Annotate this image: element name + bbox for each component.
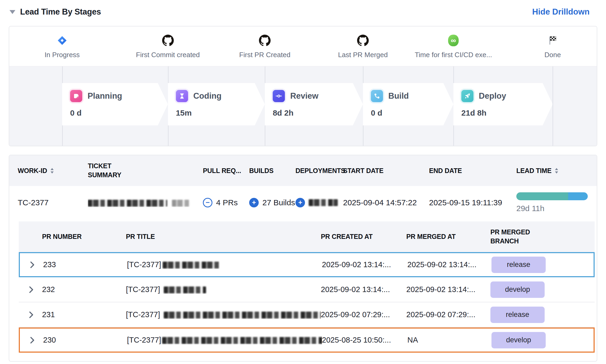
lead-time-cell: 29d 11h bbox=[516, 192, 597, 213]
column-header-pull-requests: PULL REQ... bbox=[203, 167, 249, 175]
sort-icon[interactable] bbox=[555, 168, 558, 174]
pr-row-232[interactable]: 232 [TC-2377] 2025-09-02 13:14:... 2025-… bbox=[19, 277, 595, 302]
pr-row-231[interactable]: 231 [TC-2377] ... 2025-09-02 07:29:... 2… bbox=[19, 302, 595, 327]
milestone-in-progress: In Progress bbox=[9, 32, 118, 59]
pr-title: [TC-2377] ... bbox=[126, 310, 321, 319]
pr-number: 231 bbox=[42, 310, 55, 319]
milestone-cicd: ∞ Time for first CI/CD exe... bbox=[398, 32, 509, 59]
builds-cell: + 27 Builds bbox=[249, 198, 295, 207]
github-icon bbox=[259, 32, 271, 49]
checkered-flag-icon bbox=[547, 32, 558, 49]
pr-title: [TC-2377] bbox=[126, 285, 321, 294]
stage-planning: Planning 0 d bbox=[62, 83, 168, 125]
stage-duration: 15m bbox=[176, 108, 265, 117]
hourglass-icon bbox=[176, 90, 188, 102]
pr-number: 233 bbox=[43, 260, 56, 269]
column-header-lead-time: LEAD TIME bbox=[516, 167, 597, 175]
column-header-deployments: DEPLOYMENTS bbox=[295, 167, 343, 175]
milestone-label: In Progress bbox=[44, 51, 80, 59]
github-icon bbox=[357, 32, 369, 49]
pr-created-at: 2025-08-25 10:50:... bbox=[322, 336, 407, 344]
lead-time-bar bbox=[516, 192, 588, 200]
pr-created-at: 2025-09-02 13:14:... bbox=[321, 285, 406, 294]
deployments-cell: + bbox=[295, 198, 343, 207]
pr-merged-at: NA bbox=[407, 336, 491, 344]
stage-duration: 21d 8h bbox=[461, 108, 553, 117]
milestone-first-pr: First PR Created bbox=[209, 32, 320, 59]
stage-name: Deploy bbox=[479, 91, 506, 101]
milestone-done: Done bbox=[497, 32, 597, 59]
stage-build: Build 0 d bbox=[363, 83, 453, 125]
pr-merged-at: 2025-09-02 13:14:... bbox=[406, 285, 490, 294]
stage-coding: Coding 15m bbox=[168, 83, 265, 125]
expand-deployments-icon[interactable]: + bbox=[295, 198, 305, 207]
column-header-work-id: WORK-ID bbox=[18, 167, 88, 175]
column-header-pr-created-at: PR CREATED AT bbox=[321, 232, 406, 241]
milestone-label: Last PR Merged bbox=[338, 51, 388, 59]
pr-title: [TC-2377] ... bbox=[127, 336, 322, 344]
deployments-redacted bbox=[309, 199, 338, 206]
expand-row-chevron-icon[interactable] bbox=[29, 337, 35, 344]
work-id-value: TC-2377 bbox=[18, 198, 88, 207]
stages-track: Planning 0 d Coding 15m bbox=[9, 66, 597, 146]
stage-duration: 8d 2h bbox=[273, 108, 363, 117]
pr-number: 230 bbox=[43, 336, 56, 344]
pull-requests-cell: − 4 PRs bbox=[203, 198, 249, 207]
stage-review: Review 8d 2h bbox=[265, 83, 363, 125]
pr-table-header: PR NUMBER PR TITLE PR CREATED AT PR MERG… bbox=[19, 221, 595, 252]
jira-icon bbox=[57, 32, 67, 49]
milestone-label: Done bbox=[544, 51, 561, 59]
end-date-value: 2025-09-15 19:11:39 bbox=[429, 198, 516, 207]
expand-builds-icon[interactable]: + bbox=[249, 198, 259, 207]
column-header-pr-number: PR NUMBER bbox=[19, 232, 126, 241]
pr-drilldown-table: PR NUMBER PR TITLE PR CREATED AT PR MERG… bbox=[19, 221, 595, 353]
milestone-label: First Commit created bbox=[136, 51, 200, 59]
pull-requests-count: 4 PRs bbox=[216, 198, 238, 207]
pr-number: 232 bbox=[42, 285, 55, 294]
milestone-first-commit: First Commit created bbox=[112, 32, 224, 59]
page-title: Lead Time By Stages bbox=[20, 7, 101, 17]
branch-badge: develop bbox=[490, 281, 545, 298]
work-table-row[interactable]: TC-2377 − 4 PRs + 27 Builds + 2025-09-04… bbox=[9, 186, 597, 219]
column-header-pr-title: PR TITLE bbox=[126, 232, 321, 241]
github-icon bbox=[162, 32, 174, 49]
collapse-prs-icon[interactable]: − bbox=[203, 198, 212, 207]
cicd-infinity-icon: ∞ bbox=[448, 32, 459, 49]
pr-created-at: 2025-09-02 07:29:... bbox=[321, 310, 406, 319]
lead-bar-segment-blue bbox=[568, 192, 588, 200]
pr-row-230[interactable]: 230 [TC-2377] ... 2025-08-25 10:50:... N… bbox=[19, 327, 595, 353]
stage-name: Coding bbox=[193, 91, 222, 101]
start-date-value: 2025-09-04 14:57:22 bbox=[343, 198, 429, 207]
milestone-label: Time for first CI/CD exe... bbox=[415, 51, 492, 59]
sort-icon[interactable] bbox=[50, 168, 54, 174]
work-table-panel: WORK-ID TICKET SUMMARY PULL REQ... BUILD… bbox=[9, 155, 597, 362]
ticket-summary-redacted bbox=[88, 198, 203, 207]
milestone-label: First PR Created bbox=[239, 51, 290, 59]
collapse-triangle-icon[interactable] bbox=[10, 10, 15, 14]
stage-name: Review bbox=[290, 91, 318, 101]
expand-row-chevron-icon[interactable] bbox=[29, 261, 35, 268]
stage-duration: 0 d bbox=[371, 108, 453, 117]
track-divider bbox=[553, 66, 553, 146]
branch-icon bbox=[371, 90, 383, 102]
pr-merged-at: 2025-09-02 07:29:... bbox=[406, 310, 490, 319]
work-table-header: WORK-ID TICKET SUMMARY PULL REQ... BUILD… bbox=[9, 155, 597, 186]
expand-row-chevron-icon[interactable] bbox=[28, 311, 34, 318]
pr-row-233[interactable]: 233 [TC-2377] 2025-09-02 13:14:... 2025-… bbox=[19, 252, 595, 277]
branch-badge: release bbox=[490, 307, 545, 323]
expand-row-chevron-icon[interactable] bbox=[28, 286, 34, 293]
column-header-end-date: END DATE bbox=[429, 167, 516, 175]
column-header-ticket-summary: TICKET SUMMARY bbox=[88, 162, 203, 180]
rocket-icon bbox=[461, 90, 473, 102]
column-header-pr-merged-branch: PR MERGED BRANCH bbox=[490, 228, 595, 246]
branch-badge: release bbox=[491, 257, 546, 273]
stage-name: Planning bbox=[88, 91, 122, 101]
column-header-pr-merged-at: PR MERGED AT bbox=[406, 232, 490, 241]
pr-merged-at: 2025-09-02 13:14:... bbox=[407, 260, 491, 269]
column-header-builds: BUILDS bbox=[249, 167, 295, 175]
hide-drilldown-link[interactable]: Hide Drilldown bbox=[532, 7, 590, 17]
pr-created-at: 2025-09-02 13:14:... bbox=[322, 260, 407, 269]
lead-bar-segment-teal bbox=[516, 192, 568, 200]
lead-time-value: 29d 11h bbox=[516, 204, 597, 213]
note-icon bbox=[70, 90, 82, 102]
